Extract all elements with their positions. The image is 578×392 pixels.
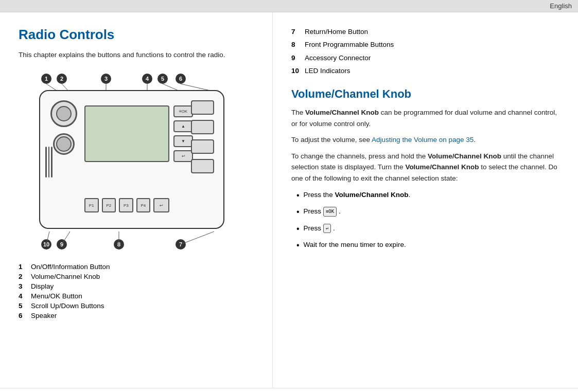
vert-line-1	[45, 147, 47, 177]
right-side-buttons	[191, 100, 219, 203]
callout-1: 1	[41, 74, 51, 84]
scroll-btn-down: ▼	[173, 135, 193, 147]
language-label: English	[550, 2, 572, 10]
side-btn-4	[191, 159, 214, 173]
section-title-volume: Volume/Channel Knob	[291, 87, 559, 101]
callout-8: 8	[114, 239, 124, 250]
numbered-list-right: 7 Return/Home Button 8 Front Programmabl…	[291, 27, 559, 76]
bullet-item-1: Press the Volume/Channel Knob.	[296, 189, 559, 202]
radio-body: ≡OK ▲ ▼ ↩ P1 P2	[39, 90, 224, 229]
menu-ok-icon: ≡OK	[323, 207, 337, 216]
knob-top-inner	[56, 106, 72, 121]
bold-knob-1: Volume/Channel Knob	[305, 109, 379, 116]
bullet-item-2: Press ≡OK .	[296, 206, 559, 219]
vert-lines	[45, 147, 52, 177]
legend-item-2: 2 Volume/Channel Knob	[19, 273, 257, 280]
vert-line-2	[48, 147, 50, 177]
bullet-item-3: Press ↩ .	[296, 223, 559, 236]
legend-item-4: 4 Menu/OK Button	[19, 292, 257, 300]
callout-10: 10	[41, 239, 51, 250]
intro-text: This chapter explains the buttons and fu…	[19, 50, 257, 60]
radio-diagram: 1 2 3 4 5 6 10 9 8 7	[19, 69, 255, 255]
fn-btn-extra: ↩	[153, 198, 169, 212]
svg-line-9	[181, 231, 214, 244]
exit-options-list: Press the Volume/Channel Knob. Press ≡OK…	[296, 189, 559, 252]
callout-9: 9	[57, 239, 67, 250]
callout-7: 7	[176, 239, 186, 250]
footer: Send Feedback 37	[0, 388, 578, 392]
volume-para1: The Volume/Channel Knob can be programme…	[291, 107, 559, 129]
page-title: Radio Controls	[19, 27, 257, 43]
callout-5: 5	[157, 74, 168, 84]
knob-bottom	[53, 133, 75, 155]
bold-knob-4: Volume/Channel Knob	[335, 191, 408, 199]
radio-inner: ≡OK ▲ ▼ ↩ P1 P2	[44, 95, 219, 224]
legend-item-6: 6 Speaker	[19, 312, 257, 319]
vert-line-3	[51, 147, 52, 177]
fn-btn-p3: P3	[119, 198, 133, 212]
side-btn-2	[191, 120, 214, 134]
top-bar: English	[0, 0, 578, 12]
fn-btn-p4: P4	[136, 198, 151, 212]
callout-4: 4	[142, 74, 152, 84]
knob-area	[44, 100, 83, 219]
bold-knob-3: Volume/Channel Knob	[405, 163, 479, 171]
fn-btn-p2: P2	[102, 198, 116, 212]
return-icon: ↩	[323, 224, 331, 233]
callout-3: 3	[101, 74, 111, 84]
volume-para2: To adjust the volume, see Adjusting the …	[291, 134, 559, 146]
numbered-item-10: 10 LED Indicators	[291, 66, 559, 76]
return-btn: ↩	[173, 150, 193, 162]
callout-2: 2	[57, 74, 67, 84]
menu-ok-btn: ≡OK	[173, 105, 193, 117]
numbered-item-7: 7 Return/Home Button	[291, 27, 559, 37]
radio-screen	[84, 105, 169, 162]
fn-btn-p1: P1	[84, 198, 99, 212]
right-panel: 7 Return/Home Button 8 Front Programmabl…	[273, 12, 578, 388]
numbered-item-9: 9 Accessory Connector	[291, 53, 559, 63]
bold-knob-2: Volume/Channel Knob	[428, 152, 501, 160]
volume-para3: To change the channels, press and hold t…	[291, 151, 559, 184]
bullet-item-4: Wait for the menu timer to expire.	[296, 239, 559, 252]
legend-item-5: 5 Scroll Up/Down Buttons	[19, 302, 257, 310]
bottom-fn-buttons: P1 P2 P3 P4 ↩	[84, 198, 169, 215]
adjust-volume-link[interactable]: Adjusting the Volume on page 35	[372, 136, 474, 144]
callout-6: 6	[176, 74, 186, 84]
legend-item-1: 1 On/Off/Information Button	[19, 263, 257, 271]
numbered-item-8: 8 Front Programmable Buttons	[291, 40, 559, 50]
scroll-btn-up: ▲	[173, 120, 193, 132]
side-btn-3	[191, 139, 214, 154]
legend-list-left: 1 On/Off/Information Button 2 Volume/Cha…	[19, 263, 257, 319]
knob-top	[50, 100, 77, 127]
side-btn-1	[191, 100, 214, 115]
legend-item-3: 3 Display	[19, 282, 257, 290]
left-panel: Radio Controls This chapter explains the…	[0, 12, 273, 388]
knob-bottom-inner	[56, 136, 72, 152]
